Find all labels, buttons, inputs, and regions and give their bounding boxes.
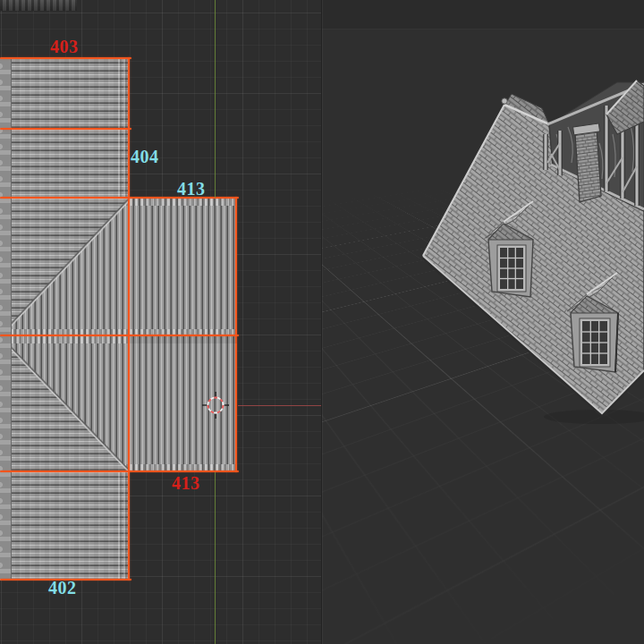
y-axis-line	[215, 472, 216, 644]
3d-cursor-icon	[202, 392, 229, 419]
selection-outline	[235, 197, 237, 472]
selection-outline	[0, 57, 131, 59]
ground-shadow	[544, 410, 644, 424]
roof-panel-404[interactable]	[0, 130, 130, 199]
blender-canvas: 403 404 413 413 402	[0, 0, 644, 644]
panel-label-402[interactable]: 402	[48, 579, 77, 597]
chimney	[575, 129, 601, 202]
selection-outline	[128, 57, 130, 580]
panel-label-413-bottom[interactable]: 413	[172, 474, 200, 492]
roof-panel-402[interactable]	[0, 472, 130, 580]
selection-outline	[0, 128, 131, 130]
viewport-top-ortho[interactable]: 403 404 413 413 402	[0, 0, 322, 644]
roof-finial	[502, 98, 507, 104]
selection-outline	[0, 470, 239, 472]
roof-panel-413-top[interactable]	[130, 199, 237, 336]
panel-label-413-top[interactable]: 413	[177, 180, 206, 198]
viewport-divider[interactable]	[321, 0, 322, 644]
x-axis-line	[238, 405, 322, 407]
hip-miter-seam	[0, 336, 130, 471]
panel-label-404[interactable]: 404	[131, 148, 159, 165]
roof-corner-panel-bottom[interactable]	[0, 336, 130, 471]
offscreen-panel-edge	[0, 0, 77, 11]
roof-corner-panel-top[interactable]	[0, 199, 130, 336]
panel-label-403[interactable]: 403	[50, 38, 79, 55]
ruined-house-model[interactable]	[322, 0, 644, 644]
roof-panel-403[interactable]	[0, 58, 130, 130]
hip-miter-seam	[0, 199, 130, 336]
y-axis-line	[215, 0, 216, 198]
viewport-perspective[interactable]	[322, 0, 644, 644]
panel-side-tabs	[0, 58, 12, 580]
